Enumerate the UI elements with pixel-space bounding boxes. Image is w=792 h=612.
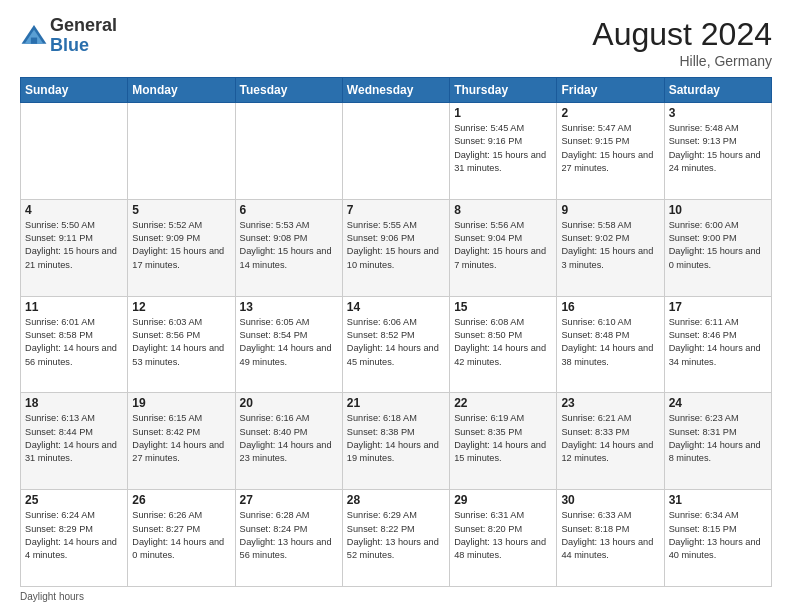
calendar-col-header: Saturday	[664, 78, 771, 103]
calendar-cell: 8 Sunrise: 5:56 AMSunset: 9:04 PMDayligh…	[450, 199, 557, 296]
day-number: 24	[669, 396, 767, 410]
day-info: Sunrise: 6:11 AMSunset: 8:46 PMDaylight:…	[669, 316, 767, 369]
calendar-col-header: Friday	[557, 78, 664, 103]
page: General Blue August 2024 Hille, Germany …	[0, 0, 792, 612]
day-info: Sunrise: 5:52 AMSunset: 9:09 PMDaylight:…	[132, 219, 230, 272]
day-number: 31	[669, 493, 767, 507]
calendar-cell: 11 Sunrise: 6:01 AMSunset: 8:58 PMDaylig…	[21, 296, 128, 393]
calendar-col-header: Wednesday	[342, 78, 449, 103]
calendar-cell	[21, 103, 128, 200]
day-number: 28	[347, 493, 445, 507]
day-number: 18	[25, 396, 123, 410]
calendar-cell: 27 Sunrise: 6:28 AMSunset: 8:24 PMDaylig…	[235, 490, 342, 587]
day-info: Sunrise: 5:48 AMSunset: 9:13 PMDaylight:…	[669, 122, 767, 175]
calendar-cell: 15 Sunrise: 6:08 AMSunset: 8:50 PMDaylig…	[450, 296, 557, 393]
day-number: 27	[240, 493, 338, 507]
day-info: Sunrise: 6:31 AMSunset: 8:20 PMDaylight:…	[454, 509, 552, 562]
day-number: 14	[347, 300, 445, 314]
svg-rect-2	[31, 37, 37, 43]
day-number: 30	[561, 493, 659, 507]
day-number: 20	[240, 396, 338, 410]
day-info: Sunrise: 6:03 AMSunset: 8:56 PMDaylight:…	[132, 316, 230, 369]
day-number: 2	[561, 106, 659, 120]
calendar-cell: 23 Sunrise: 6:21 AMSunset: 8:33 PMDaylig…	[557, 393, 664, 490]
day-info: Sunrise: 6:10 AMSunset: 8:48 PMDaylight:…	[561, 316, 659, 369]
day-info: Sunrise: 6:15 AMSunset: 8:42 PMDaylight:…	[132, 412, 230, 465]
day-number: 16	[561, 300, 659, 314]
calendar-cell: 14 Sunrise: 6:06 AMSunset: 8:52 PMDaylig…	[342, 296, 449, 393]
day-info: Sunrise: 6:28 AMSunset: 8:24 PMDaylight:…	[240, 509, 338, 562]
month-year: August 2024	[592, 16, 772, 53]
calendar-cell: 30 Sunrise: 6:33 AMSunset: 8:18 PMDaylig…	[557, 490, 664, 587]
day-info: Sunrise: 5:47 AMSunset: 9:15 PMDaylight:…	[561, 122, 659, 175]
day-number: 12	[132, 300, 230, 314]
day-info: Sunrise: 6:06 AMSunset: 8:52 PMDaylight:…	[347, 316, 445, 369]
day-info: Sunrise: 6:34 AMSunset: 8:15 PMDaylight:…	[669, 509, 767, 562]
calendar-cell: 26 Sunrise: 6:26 AMSunset: 8:27 PMDaylig…	[128, 490, 235, 587]
day-number: 22	[454, 396, 552, 410]
day-info: Sunrise: 6:23 AMSunset: 8:31 PMDaylight:…	[669, 412, 767, 465]
day-number: 11	[25, 300, 123, 314]
day-number: 1	[454, 106, 552, 120]
day-number: 29	[454, 493, 552, 507]
calendar-cell	[128, 103, 235, 200]
day-info: Sunrise: 5:56 AMSunset: 9:04 PMDaylight:…	[454, 219, 552, 272]
day-info: Sunrise: 5:50 AMSunset: 9:11 PMDaylight:…	[25, 219, 123, 272]
calendar-week-row: 11 Sunrise: 6:01 AMSunset: 8:58 PMDaylig…	[21, 296, 772, 393]
calendar-cell: 13 Sunrise: 6:05 AMSunset: 8:54 PMDaylig…	[235, 296, 342, 393]
calendar-cell: 24 Sunrise: 6:23 AMSunset: 8:31 PMDaylig…	[664, 393, 771, 490]
day-info: Sunrise: 6:00 AMSunset: 9:00 PMDaylight:…	[669, 219, 767, 272]
logo-icon	[20, 22, 48, 50]
day-info: Sunrise: 6:16 AMSunset: 8:40 PMDaylight:…	[240, 412, 338, 465]
day-number: 5	[132, 203, 230, 217]
calendar-cell: 17 Sunrise: 6:11 AMSunset: 8:46 PMDaylig…	[664, 296, 771, 393]
day-info: Sunrise: 5:55 AMSunset: 9:06 PMDaylight:…	[347, 219, 445, 272]
day-number: 17	[669, 300, 767, 314]
calendar-cell	[342, 103, 449, 200]
calendar-cell: 21 Sunrise: 6:18 AMSunset: 8:38 PMDaylig…	[342, 393, 449, 490]
calendar-cell: 25 Sunrise: 6:24 AMSunset: 8:29 PMDaylig…	[21, 490, 128, 587]
calendar-cell: 12 Sunrise: 6:03 AMSunset: 8:56 PMDaylig…	[128, 296, 235, 393]
day-info: Sunrise: 5:45 AMSunset: 9:16 PMDaylight:…	[454, 122, 552, 175]
calendar-cell: 28 Sunrise: 6:29 AMSunset: 8:22 PMDaylig…	[342, 490, 449, 587]
calendar-col-header: Tuesday	[235, 78, 342, 103]
calendar-week-row: 1 Sunrise: 5:45 AMSunset: 9:16 PMDayligh…	[21, 103, 772, 200]
calendar-cell: 20 Sunrise: 6:16 AMSunset: 8:40 PMDaylig…	[235, 393, 342, 490]
calendar-cell	[235, 103, 342, 200]
header: General Blue August 2024 Hille, Germany	[20, 16, 772, 69]
day-number: 4	[25, 203, 123, 217]
logo-text: General Blue	[50, 16, 117, 56]
day-info: Sunrise: 6:24 AMSunset: 8:29 PMDaylight:…	[25, 509, 123, 562]
day-number: 10	[669, 203, 767, 217]
day-number: 6	[240, 203, 338, 217]
calendar-cell: 4 Sunrise: 5:50 AMSunset: 9:11 PMDayligh…	[21, 199, 128, 296]
day-info: Sunrise: 6:13 AMSunset: 8:44 PMDaylight:…	[25, 412, 123, 465]
day-number: 19	[132, 396, 230, 410]
day-info: Sunrise: 6:08 AMSunset: 8:50 PMDaylight:…	[454, 316, 552, 369]
calendar-cell: 5 Sunrise: 5:52 AMSunset: 9:09 PMDayligh…	[128, 199, 235, 296]
calendar-cell: 16 Sunrise: 6:10 AMSunset: 8:48 PMDaylig…	[557, 296, 664, 393]
day-info: Sunrise: 6:18 AMSunset: 8:38 PMDaylight:…	[347, 412, 445, 465]
day-info: Sunrise: 6:05 AMSunset: 8:54 PMDaylight:…	[240, 316, 338, 369]
day-info: Sunrise: 6:01 AMSunset: 8:58 PMDaylight:…	[25, 316, 123, 369]
calendar-col-header: Sunday	[21, 78, 128, 103]
calendar-cell: 6 Sunrise: 5:53 AMSunset: 9:08 PMDayligh…	[235, 199, 342, 296]
calendar-col-header: Monday	[128, 78, 235, 103]
day-number: 8	[454, 203, 552, 217]
calendar-cell: 29 Sunrise: 6:31 AMSunset: 8:20 PMDaylig…	[450, 490, 557, 587]
calendar-cell: 10 Sunrise: 6:00 AMSunset: 9:00 PMDaylig…	[664, 199, 771, 296]
calendar-cell: 3 Sunrise: 5:48 AMSunset: 9:13 PMDayligh…	[664, 103, 771, 200]
calendar-week-row: 25 Sunrise: 6:24 AMSunset: 8:29 PMDaylig…	[21, 490, 772, 587]
day-number: 26	[132, 493, 230, 507]
calendar-cell: 1 Sunrise: 5:45 AMSunset: 9:16 PMDayligh…	[450, 103, 557, 200]
day-info: Sunrise: 5:53 AMSunset: 9:08 PMDaylight:…	[240, 219, 338, 272]
calendar-cell: 18 Sunrise: 6:13 AMSunset: 8:44 PMDaylig…	[21, 393, 128, 490]
calendar-cell: 2 Sunrise: 5:47 AMSunset: 9:15 PMDayligh…	[557, 103, 664, 200]
day-number: 21	[347, 396, 445, 410]
calendar-cell: 31 Sunrise: 6:34 AMSunset: 8:15 PMDaylig…	[664, 490, 771, 587]
day-number: 23	[561, 396, 659, 410]
day-info: Sunrise: 5:58 AMSunset: 9:02 PMDaylight:…	[561, 219, 659, 272]
calendar-cell: 7 Sunrise: 5:55 AMSunset: 9:06 PMDayligh…	[342, 199, 449, 296]
day-number: 15	[454, 300, 552, 314]
logo-blue: Blue	[50, 36, 117, 56]
